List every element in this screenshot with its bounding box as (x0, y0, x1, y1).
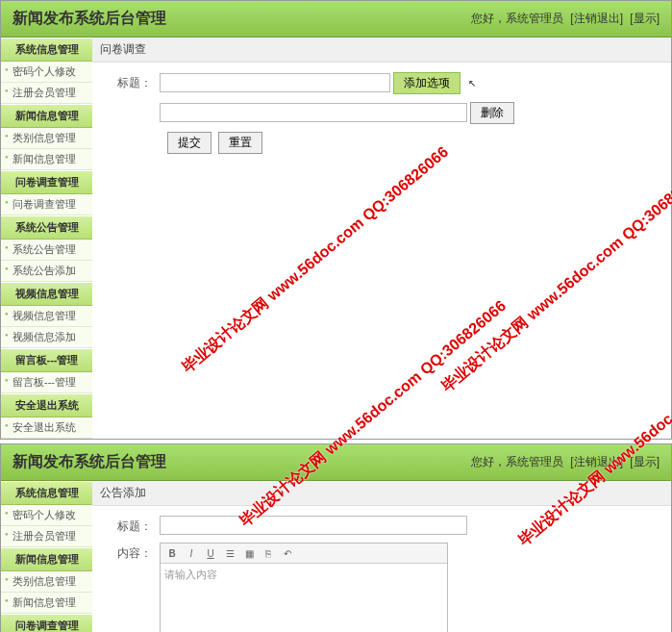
sidebar-item[interactable]: 安全退出系统 (1, 417, 92, 439)
sidebar-item[interactable]: 视频信息添加 (1, 327, 92, 348)
undo-icon[interactable]: ↶ (280, 545, 295, 561)
italic-icon[interactable]: I (184, 545, 199, 561)
title-input[interactable] (160, 516, 467, 535)
sidebar-category[interactable]: 视频信息管理 (1, 282, 92, 306)
sidebar-category[interactable]: 安全退出系统 (1, 393, 92, 417)
app-title: 新闻发布系统后台管理 (12, 9, 166, 29)
admin-panel-survey: 新闻发布系统后台管理 您好，系统管理员 [注销退出] [显示] 系统信息管理密码… (0, 0, 672, 440)
link-icon[interactable]: ⎘ (261, 545, 276, 561)
sidebar-item[interactable]: 密码个人修改 (1, 505, 92, 526)
sidebar-item[interactable]: 新闻信息管理 (1, 149, 92, 170)
add-option-button[interactable]: 添加选项 (393, 72, 460, 94)
show-link[interactable]: [显示] (630, 455, 660, 468)
list-icon[interactable]: ☰ (222, 545, 237, 561)
image-icon[interactable]: ▦ (241, 545, 257, 561)
underline-icon[interactable]: U (203, 545, 218, 561)
content-title: 公告添加 (92, 481, 671, 506)
sidebar-item[interactable]: 系统公告管理 (1, 240, 92, 261)
submit-button[interactable]: 提交 (167, 132, 212, 154)
rich-editor: B I U ☰ ▦ ⎘ ↶ 请输入内容 (160, 543, 448, 632)
app-title: 新闻发布系统后台管理 (12, 452, 166, 472)
sidebar-item[interactable]: 问卷调查管理 (1, 194, 92, 215)
header: 新闻发布系统后台管理 您好，系统管理员 [注销退出] [显示] (1, 1, 671, 38)
sidebar-item[interactable]: 注册会员管理 (1, 83, 92, 104)
sidebar-item[interactable]: 新闻信息管理 (1, 593, 92, 614)
sidebar-category[interactable]: 新闻信息管理 (1, 547, 92, 571)
delete-button[interactable]: 删除 (470, 102, 514, 124)
sidebar-item[interactable]: 留言板---管理 (1, 372, 92, 393)
reset-button[interactable]: 重置 (218, 132, 262, 154)
option-input[interactable] (160, 103, 467, 122)
sidebar-category[interactable]: 系统信息管理 (1, 38, 92, 62)
sidebar-item[interactable]: 类别信息管理 (1, 128, 92, 149)
sidebar-category[interactable]: 问卷调查管理 (1, 614, 92, 632)
sidebar-2: 系统信息管理密码个人修改注册会员管理新闻信息管理类别信息管理新闻信息管理问卷调查… (1, 481, 92, 632)
show-link[interactable]: [显示] (630, 12, 660, 25)
title-label: 标题： (112, 72, 160, 91)
header: 新闻发布系统后台管理 您好，系统管理员 [注销退出] [显示] (1, 444, 671, 481)
bold-icon[interactable]: B (164, 545, 180, 561)
sidebar-category[interactable]: 新闻信息管理 (1, 104, 92, 128)
header-right: 您好，系统管理员 [注销退出] [显示] (471, 454, 660, 470)
logout-link[interactable]: [注销退出] (570, 12, 623, 25)
greeting: 您好，系统管理员 (471, 455, 563, 468)
sidebar-category[interactable]: 系统公告管理 (1, 215, 92, 240)
logout-link[interactable]: [注销退出] (570, 455, 623, 468)
content-area-1: 问卷调查 标题： 添加选项 ↖ 删除 (92, 38, 671, 439)
sidebar-1: 系统信息管理密码个人修改注册会员管理新闻信息管理类别信息管理新闻信息管理问卷调查… (1, 38, 92, 439)
greeting: 您好，系统管理员 (471, 12, 563, 25)
sidebar-item[interactable]: 视频信息管理 (1, 306, 92, 327)
sidebar-item[interactable]: 系统公告添加 (1, 261, 92, 282)
cursor-icon: ↖ (468, 78, 476, 88)
editor-body[interactable]: 请输入内容 (161, 564, 447, 632)
sidebar-category[interactable]: 问卷调查管理 (1, 170, 92, 194)
header-right: 您好，系统管理员 [注销退出] [显示] (471, 11, 660, 27)
sidebar-item[interactable]: 注册会员管理 (1, 526, 92, 547)
title-input[interactable] (160, 73, 390, 92)
sidebar-item[interactable]: 类别信息管理 (1, 571, 92, 593)
content-area-2: 公告添加 标题： 内容： B (92, 481, 671, 632)
sidebar-category[interactable]: 留言板---管理 (1, 348, 92, 372)
editor-toolbar: B I U ☰ ▦ ⎘ ↶ (161, 544, 447, 564)
admin-panel-announce: 新闻发布系统后台管理 您好，系统管理员 [注销退出] [显示] 系统信息管理密码… (0, 443, 672, 632)
content-title: 问卷调查 (92, 38, 671, 63)
sidebar-category[interactable]: 系统信息管理 (1, 481, 92, 505)
content-label: 内容： (112, 543, 160, 562)
sidebar-item[interactable]: 密码个人修改 (1, 62, 92, 83)
title-label: 标题： (112, 516, 160, 535)
